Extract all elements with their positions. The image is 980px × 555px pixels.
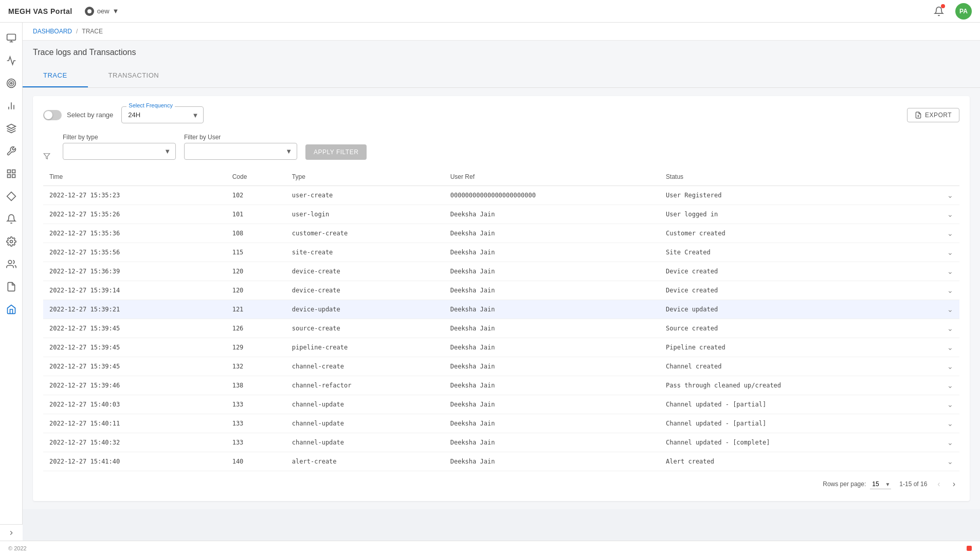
rows-per-page-select[interactable]: 15 25 50 100: [870, 479, 891, 489]
cell-2: channel-update: [286, 433, 444, 452]
expand-cell: ⌄: [941, 414, 959, 433]
expand-cell: ⌄: [941, 186, 959, 205]
cell-1: 133: [226, 395, 286, 414]
cell-0: 2022-12-27 15:41:40: [43, 452, 226, 471]
filter-user-select[interactable]: [184, 143, 297, 160]
cell-2: user-create: [286, 186, 444, 205]
sidebar-item-layers[interactable]: [1, 118, 22, 139]
expand-row-button[interactable]: ⌄: [947, 324, 953, 332]
prev-page-button[interactable]: ‹: [935, 477, 942, 491]
next-page-button[interactable]: ›: [951, 477, 957, 491]
col-type: Type: [286, 168, 444, 186]
expand-row-button[interactable]: ⌄: [947, 362, 953, 371]
select-by-range-toggle[interactable]: [43, 110, 62, 120]
cell-4: Alert created: [660, 452, 941, 471]
cell-4: Channel created: [660, 357, 941, 376]
tab-transaction[interactable]: TRANSACTION: [88, 64, 180, 87]
frequency-select-group: Select Frequency 24H 12H 6H 1H ▼: [121, 106, 204, 123]
breadcrumb: DASHBOARD / TRACE: [23, 23, 980, 41]
cell-2: alert-create: [286, 452, 444, 471]
apply-filter-button[interactable]: APPLY FILTER: [305, 144, 367, 160]
cell-4: Pass through cleaned up/created: [660, 376, 941, 395]
cell-1: 132: [226, 357, 286, 376]
col-code: Code: [226, 168, 286, 186]
export-label: EXPORT: [925, 112, 952, 119]
sidebar-item-grid[interactable]: [1, 163, 22, 184]
sidebar-item-document[interactable]: [1, 276, 22, 297]
page-title-bar: Trace logs and Transactions: [23, 41, 980, 64]
expand-row-button[interactable]: ⌄: [947, 305, 953, 313]
expand-row-button[interactable]: ⌄: [947, 343, 953, 351]
filter-user-label: Filter by User: [184, 134, 297, 141]
col-user-ref: User Ref: [444, 168, 660, 186]
avatar-initials: PA: [959, 8, 968, 15]
expand-row-button[interactable]: ⌄: [947, 400, 953, 409]
sidebar-item-chart[interactable]: [1, 96, 22, 116]
expand-row-button[interactable]: ⌄: [947, 457, 953, 466]
filter-user-group: Filter by User ▼: [184, 134, 297, 160]
cell-2: source-create: [286, 319, 444, 338]
expand-row-button[interactable]: ⌄: [947, 286, 953, 294]
table-row: 2022-12-27 15:36:39120device-createDeeks…: [43, 262, 959, 281]
cell-2: device-create: [286, 262, 444, 281]
expand-row-button[interactable]: ⌄: [947, 438, 953, 447]
workspace-selector[interactable]: oew ▼: [85, 7, 119, 16]
expand-row-button[interactable]: ⌄: [947, 248, 953, 256]
sidebar-item-people[interactable]: [1, 254, 22, 274]
cell-1: 121: [226, 300, 286, 319]
filter-type-select-wrapper: ▼: [63, 143, 176, 160]
cell-2: customer-create: [286, 224, 444, 243]
cell-3: Deeksha Jain: [444, 357, 660, 376]
sidebar-item-target[interactable]: [1, 73, 22, 94]
cell-4: Device updated: [660, 300, 941, 319]
cell-3: Deeksha Jain: [444, 205, 660, 224]
table-header: Time Code Type User Ref Status: [43, 168, 959, 186]
filter-type-label: Filter by type: [63, 134, 176, 141]
frequency-select[interactable]: 24H 12H 6H 1H: [121, 106, 204, 123]
expand-cell: ⌄: [941, 395, 959, 414]
cell-1: 138: [226, 376, 286, 395]
expand-row-button[interactable]: ⌄: [947, 229, 953, 237]
sidebar-item-trace[interactable]: [1, 299, 22, 320]
cell-0: 2022-12-27 15:35:56: [43, 243, 226, 262]
svg-marker-14: [7, 192, 15, 201]
sidebar-item-diamond[interactable]: [1, 186, 22, 207]
notifications-button[interactable]: [931, 3, 947, 20]
expand-row-button[interactable]: ⌄: [947, 381, 953, 390]
sidebar-item-tools[interactable]: [1, 141, 22, 161]
sidebar-item-settings[interactable]: [1, 231, 22, 252]
filter-icon: [43, 153, 50, 160]
svg-point-15: [10, 240, 12, 243]
expand-row-button[interactable]: ⌄: [947, 419, 953, 428]
cell-0: 2022-12-27 15:39:45: [43, 319, 226, 338]
svg-rect-12: [12, 175, 15, 178]
cell-4: Device created: [660, 281, 941, 300]
cell-0: 2022-12-27 15:39:46: [43, 376, 226, 395]
cell-4: User Registered: [660, 186, 941, 205]
workspace-chevron-icon: ▼: [113, 7, 119, 15]
expand-row-button[interactable]: ⌄: [947, 210, 953, 218]
user-avatar[interactable]: PA: [955, 3, 972, 20]
expand-cell: ⌄: [941, 262, 959, 281]
expand-cell: ⌄: [941, 281, 959, 300]
sidebar-item-monitor[interactable]: [1, 28, 22, 48]
page-info: 1-15 of 16: [899, 480, 927, 488]
cell-3: Deeksha Jain: [444, 376, 660, 395]
sidebar-expand-button[interactable]: [0, 524, 23, 541]
sidebar-item-analytics[interactable]: [1, 50, 22, 71]
filter-type-select[interactable]: [63, 143, 176, 160]
sidebar-item-bell[interactable]: [1, 209, 22, 229]
cell-0: 2022-12-27 15:39:45: [43, 338, 226, 357]
export-button[interactable]: EXPORT: [907, 108, 959, 122]
expand-row-button[interactable]: ⌄: [947, 267, 953, 275]
tab-bar: TRACE TRANSACTION: [23, 64, 980, 88]
expand-cell: ⌄: [941, 224, 959, 243]
filter-user-select-wrapper: ▼: [184, 143, 297, 160]
expand-row-button[interactable]: ⌄: [947, 191, 953, 199]
breadcrumb-dashboard[interactable]: DASHBOARD: [33, 28, 72, 35]
cell-2: channel-refactor: [286, 376, 444, 395]
content-area: Select by range Select Frequency 24H 12H…: [23, 88, 980, 509]
workspace-name: oew: [97, 7, 110, 15]
cell-2: user-login: [286, 205, 444, 224]
tab-trace[interactable]: TRACE: [23, 64, 88, 87]
